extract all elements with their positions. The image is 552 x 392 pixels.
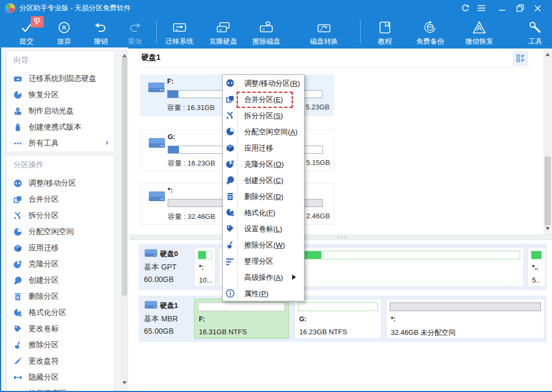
sidebar-item-merge[interactable]: 合并分区 — [7, 191, 114, 208]
disk-type: 基本 MBR — [144, 314, 178, 324]
sidebar-item-all-tools[interactable]: 所有工具 › — [7, 135, 114, 152]
close-button[interactable] — [529, 0, 546, 16]
split-icon — [13, 211, 22, 220]
clone-disk-button[interactable]: 克隆硬盘 — [201, 18, 246, 46]
tutorial-button[interactable]: 教程 — [362, 18, 408, 46]
menu-item-defrag[interactable]: 整理分区 — [223, 253, 303, 269]
free-backup-button[interactable]: 免费备份 — [408, 18, 453, 46]
menu-item-set-label[interactable]: 设置卷标L — [223, 221, 303, 237]
tile-info: 32.46GB 未分配空间 — [391, 328, 456, 338]
sidebar-item-split[interactable]: 拆分分区 — [7, 208, 114, 224]
close-icon — [534, 5, 541, 12]
clone-partition-icon — [226, 160, 234, 168]
create-partition-icon — [13, 276, 22, 285]
check-bad-sectors-icon — [13, 389, 22, 391]
sidebar-item-create-portable[interactable]: 创建便携式版本 — [7, 119, 114, 135]
wipe-disk-button[interactable]: 擦除磁盘 — [244, 18, 289, 46]
disk0-tile-recovery[interactable]: *.. 5.. — [527, 247, 546, 287]
disk1-tile-unallocated[interactable]: *: 32.46GB 未分配空间 — [386, 299, 544, 339]
pane-splitter[interactable]: ··· — [129, 235, 552, 240]
wizard-section: 向导 迁移系统到固态硬盘 恢复分区 制作启动光盘 创建便携式版本 所有工具 › — [6, 51, 114, 152]
disk-icon — [144, 300, 158, 311]
tag-icon — [226, 224, 234, 233]
menu-item-advanced[interactable]: 高级操作A — [223, 269, 303, 285]
sidebar-item-change-label[interactable]: 更改卷标 — [7, 321, 114, 337]
disk-row-0[interactable]: 硬盘0 基本 GPT 60.00GB *: 10... *.. 5.. — [139, 244, 547, 290]
menu-item-split[interactable]: 拆分分区S — [223, 107, 303, 123]
wechat-recovery-button[interactable]: 微信恢复 — [457, 18, 502, 46]
scroll-up-arrow[interactable] — [122, 52, 127, 57]
usb-icon — [13, 123, 22, 132]
sidebar-scrollbar[interactable] — [121, 50, 128, 389]
disk0-tile-system[interactable]: *: 10... — [194, 247, 216, 287]
sidebar-item-check-bad-sectors[interactable]: 检测坏扇区 — [7, 386, 114, 391]
toolbar-separator — [360, 20, 361, 44]
format-partition-icon — [226, 208, 234, 217]
sidebar-item-wipe-partition[interactable]: 擦除分区 — [7, 337, 114, 353]
sidebar-item-delete-partition[interactable]: 删除分区 — [7, 288, 114, 305]
disk-row-1[interactable]: 硬盘1 基本 MBR 65.00GB F: 16.31GB NTFS G: 16… — [139, 295, 547, 342]
sidebar-scrollbar-thumb[interactable] — [122, 57, 127, 295]
scroll-down-arrow[interactable] — [122, 381, 127, 387]
redo-button[interactable]: 重做 — [112, 18, 157, 46]
migrate-os-button[interactable]: 迁移系统 — [157, 18, 202, 46]
app-migration-icon — [226, 143, 234, 152]
sidebar-item-clone-partition[interactable]: 克隆分区 — [7, 256, 114, 272]
format-partition-icon — [13, 308, 22, 317]
menu-item-create-partition[interactable]: 创建分区C — [223, 172, 303, 188]
capacity-text: 容量 : 16.31GB — [167, 103, 215, 113]
menu-item-format[interactable]: 格式化F — [223, 204, 303, 221]
sidebar-item-change-drive-letter[interactable]: 更改盘符 — [7, 353, 114, 369]
tools-button[interactable]: 工具 — [513, 18, 552, 46]
minimize-button[interactable] — [494, 0, 510, 16]
sidebar-item-create-partition[interactable]: 创建分区 — [7, 272, 114, 288]
disk-name: 硬盘0 — [160, 249, 178, 259]
sidebar-item-migrate-os-to-ssd[interactable]: 迁移系统到固态硬盘 — [7, 71, 114, 87]
tile-usage-bar — [390, 302, 541, 311]
menu-item-properties[interactable]: 属性P — [223, 285, 303, 301]
menu-item-app-migration[interactable]: 应用迁移 — [223, 140, 303, 156]
sidebar-item-format-partition[interactable]: 格式化分区 — [7, 305, 114, 321]
merge-highlight-box — [237, 92, 293, 108]
tile-info: 10... — [199, 276, 212, 284]
sidebar-item-resize-move[interactable]: 调整/移动分区 — [7, 175, 114, 191]
scroll-up-arrow[interactable] — [546, 51, 550, 56]
sidebar-item-app-migration[interactable]: 应用迁移 — [7, 240, 114, 256]
merge-icon — [226, 95, 234, 104]
menu-item-delete-partition[interactable]: 删除分区D — [223, 188, 303, 204]
convert-disk-button[interactable]: 磁盘转换 — [301, 18, 347, 46]
menu-item-allocate-free-space[interactable]: 分配空闲空间A — [223, 123, 303, 140]
broom-icon — [226, 240, 234, 249]
maximize-button[interactable] — [512, 0, 528, 16]
refresh-button[interactable] — [457, 0, 473, 16]
disk1-tile-f[interactable]: F: 16.31GB NTFS — [194, 299, 289, 339]
view-toggle-button[interactable] — [513, 51, 528, 66]
bootable-media-icon — [13, 107, 22, 115]
main-scrollbar[interactable] — [543, 49, 552, 235]
scroll-down-arrow[interactable] — [546, 227, 550, 232]
recover-partition-icon — [13, 91, 22, 99]
disk1-tile-g[interactable]: G: 16.23GB NTFS — [294, 299, 382, 339]
disk-detail-pane: 硬盘1 F: 容量 : 16.31GB 5.23GB G: 容量 : 16.23… — [129, 49, 543, 235]
app-migration-icon — [13, 244, 22, 252]
wipe-disk-icon — [244, 18, 289, 35]
defrag-icon — [226, 257, 234, 265]
info-icon — [226, 289, 234, 298]
menu-item-clone-partition[interactable]: 克隆分区O — [223, 156, 303, 172]
disk-size: 60.00GB — [144, 275, 174, 284]
menu-item-wipe-partition[interactable]: 擦除分区W — [223, 237, 303, 253]
sidebar-item-allocate-free-space[interactable]: 分配空闲空间 — [7, 224, 114, 240]
sidebar-item-hide-partition[interactable]: 隐藏分区 — [7, 369, 114, 386]
main-scrollbar-thumb[interactable] — [544, 156, 551, 225]
sidebar: 向导 迁移系统到固态硬盘 恢复分区 制作启动光盘 创建便携式版本 所有工具 › — [1, 47, 128, 391]
drive-icon — [148, 136, 165, 150]
menu-button[interactable] — [473, 0, 489, 16]
submenu-arrow-icon — [292, 274, 299, 280]
merge-icon — [13, 195, 22, 204]
sidebar-item-recover-partition[interactable]: 恢复分区 — [7, 87, 114, 103]
menu-item-resize-move[interactable]: 调整/移动分区R — [223, 75, 303, 91]
convert-disk-icon — [301, 18, 347, 35]
usage-bar-fill — [168, 91, 178, 98]
sidebar-item-make-bootable-media[interactable]: 制作启动光盘 — [7, 103, 114, 119]
minimize-icon — [499, 5, 506, 12]
